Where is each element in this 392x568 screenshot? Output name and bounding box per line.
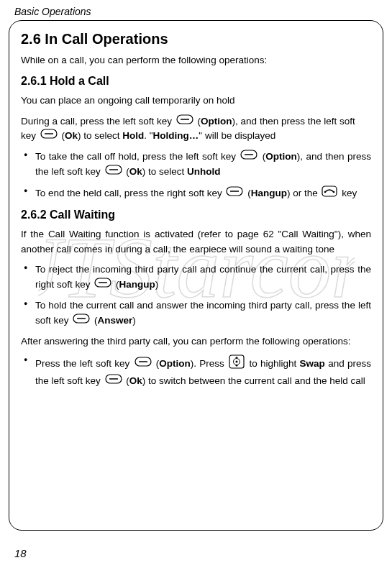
softkey-icon [176, 114, 193, 129]
nav-key-icon [229, 354, 245, 374]
waiting-desc: If the Call Waiting function is activate… [21, 227, 371, 257]
hold-desc: You can place an ongoing call temporaril… [21, 93, 371, 108]
waiting-list-1: To reject the incoming third party call … [21, 262, 371, 329]
softkey-icon [73, 313, 90, 329]
list-item: To end the held call, press the right so… [21, 185, 371, 202]
subsection-waiting-title: 2.6.2 Call Waiting [21, 209, 371, 221]
waiting-list-2: Press the left soft key (Option). Press … [21, 354, 371, 389]
list-item: Press the left soft key (Option). Press … [21, 354, 371, 389]
after-answer-text: After answering the third party call, yo… [21, 334, 371, 349]
section-title: 2.6 In Call Operations [21, 31, 371, 47]
end-call-icon [322, 185, 337, 202]
softkey-icon [240, 150, 257, 165]
hold-instruction: During a call, press the left soft key (… [21, 114, 371, 144]
subsection-hold-title: 2.6.1 Hold a Call [21, 75, 371, 88]
hold-list: To take the call off hold, press the lef… [21, 150, 371, 202]
softkey-icon [94, 278, 111, 293]
list-item: To hold the current call and answer the … [21, 298, 371, 329]
softkey-icon [40, 129, 58, 143]
softkey-icon [226, 186, 243, 201]
page-header: Basic Operations [0, 0, 392, 20]
page-content-border: UTStarcom 2.6 In Call Operations While o… [9, 20, 383, 531]
softkey-icon [105, 374, 122, 389]
content-area: 2.6 In Call Operations While on a call, … [21, 31, 371, 389]
intro-text: While on a call, you can perform the fol… [21, 53, 371, 68]
softkey-icon [135, 357, 152, 372]
softkey-icon [105, 165, 122, 180]
list-item: To reject the incoming third party call … [21, 262, 371, 293]
page-number: 18 [14, 547, 27, 559]
list-item: To take the call off hold, press the lef… [21, 150, 371, 180]
